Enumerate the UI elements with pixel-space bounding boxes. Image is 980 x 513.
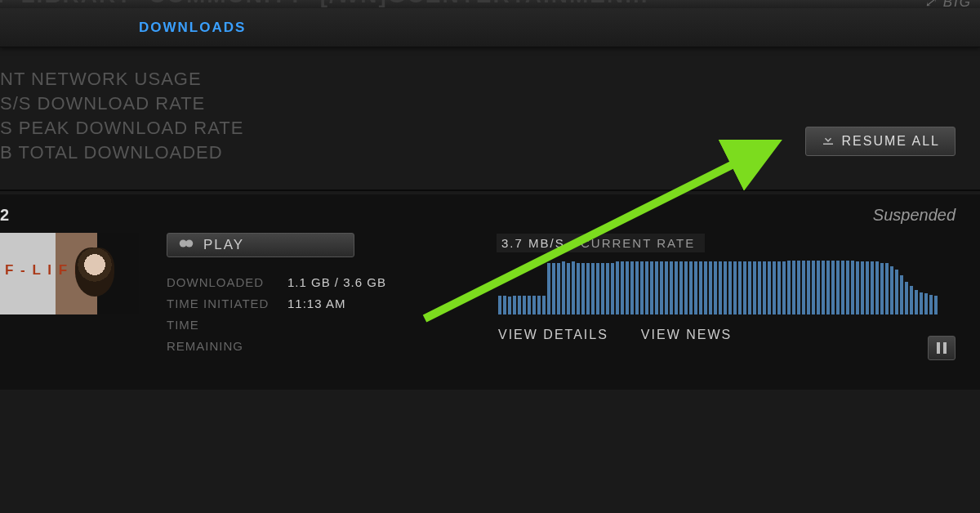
chart-bar [758, 261, 761, 314]
chart-bar [905, 282, 908, 314]
chart-bar [689, 261, 693, 314]
initiated-value: 11:13 AM [287, 293, 345, 314]
chart-bar [875, 261, 879, 314]
chart-bar [567, 263, 570, 314]
chart-bar [851, 261, 854, 314]
chart-bar [630, 261, 634, 314]
chart-bar [743, 261, 746, 314]
initiated-label: TIME INITIATED [167, 293, 273, 314]
pause-button[interactable] [928, 336, 956, 360]
chart-bar [748, 261, 751, 314]
view-news-link[interactable]: VIEW NEWS [641, 328, 732, 342]
chart-bar [861, 261, 864, 314]
chart-bar [866, 261, 869, 314]
chart-bar [777, 261, 781, 314]
chart-bar [572, 261, 575, 314]
download-entry: 2 Suspended PLAY DOWNLOADED1.1 GB / 3.6 … [0, 194, 980, 390]
chart-bar [611, 263, 614, 314]
chart-bar [498, 296, 501, 314]
play-label: PLAY [203, 237, 244, 253]
chart-bar [694, 261, 697, 314]
chart-bar [728, 261, 732, 314]
chart-bar [831, 261, 835, 314]
chart-bar [581, 263, 585, 314]
chart-bar [802, 261, 805, 314]
chart-bar [542, 296, 546, 314]
chart-bar [773, 261, 776, 314]
chart-bar [709, 261, 712, 314]
chart-bar [699, 261, 702, 314]
chart-bar [714, 261, 717, 314]
top-nav: STORE LIBRARY COMMUNITY [/WN]GCENTERTAIN… [0, 0, 980, 8]
chart-bar [929, 295, 933, 314]
tab-downloads[interactable]: DOWNLOADS [122, 8, 262, 47]
chart-bar [513, 296, 516, 314]
chart-bar [577, 263, 580, 314]
chart-bar [650, 261, 653, 314]
chart-bar [856, 261, 859, 314]
chart-bar [601, 263, 604, 314]
chart-bar [621, 261, 624, 314]
chart-bar [586, 263, 590, 314]
chart-bar [616, 261, 619, 314]
chart-bar [841, 261, 844, 314]
chart-bar [537, 296, 541, 314]
library-subtabs: DOWNLOADS [0, 8, 980, 47]
download-icon [821, 132, 835, 150]
chart-bar [826, 261, 830, 314]
chart-bar [900, 275, 903, 314]
chart-bar [719, 261, 722, 314]
big-picture-button[interactable]: ⤢ BIG PICTURE [899, 0, 972, 8]
chart-bar [635, 261, 639, 314]
game-thumbnail[interactable] [0, 233, 139, 314]
chart-bar [547, 263, 550, 314]
resume-all-button[interactable]: RESUME ALL [805, 127, 956, 156]
downloaded-label: DOWNLOADED [167, 272, 273, 293]
view-details-link[interactable]: VIEW DETAILS [498, 328, 608, 342]
chart-bar [797, 261, 800, 314]
chart-bar [846, 261, 849, 314]
chart-bar [626, 261, 629, 314]
chart-bar [895, 270, 898, 314]
chart-bar [503, 296, 506, 314]
chart-bar [552, 263, 555, 314]
resume-all-label: RESUME ALL [842, 134, 940, 149]
chart-bar [724, 261, 727, 314]
chart-bar [557, 263, 560, 314]
play-button[interactable]: PLAY [167, 233, 354, 257]
chart-bar [665, 261, 668, 314]
chart-bar [787, 261, 791, 314]
chart-bar [817, 261, 820, 314]
current-rate-label: 3.7 MB/S - CURRENT RATE [497, 234, 705, 252]
chart-bar [890, 266, 893, 314]
chart-bar [528, 296, 531, 314]
downloaded-value: 1.1 GB / 3.6 GB [287, 272, 386, 293]
chart-bar [518, 296, 521, 314]
remaining-label: TIME REMAINING [167, 314, 273, 357]
chart-bar [655, 261, 658, 314]
chart-bar [523, 296, 526, 314]
chart-bar [807, 261, 810, 314]
game-title: 2 [0, 206, 9, 225]
chart-bar [915, 290, 918, 314]
chart-bar [910, 286, 913, 314]
chart-bar [508, 297, 511, 314]
chart-bar [645, 261, 648, 314]
chart-bar [792, 261, 795, 314]
chart-bar [675, 261, 678, 314]
network-usage-panel: NT NETWORK USAGE S/S DOWNLOAD RATE S PEA… [0, 47, 980, 191]
chart-bar [670, 261, 673, 314]
chart-bar [738, 261, 742, 314]
svg-rect-2 [183, 242, 190, 246]
chart-bar [768, 261, 771, 314]
chart-bar [812, 261, 815, 314]
chart-bar [640, 261, 644, 314]
chart-bar [871, 261, 874, 314]
chart-bar [596, 263, 599, 314]
chart-bar [822, 261, 825, 314]
chart-bar [836, 261, 840, 314]
chart-bar [782, 261, 786, 314]
chart-bar [679, 261, 683, 314]
chart-bar [660, 261, 663, 314]
chart-bar [733, 261, 737, 314]
